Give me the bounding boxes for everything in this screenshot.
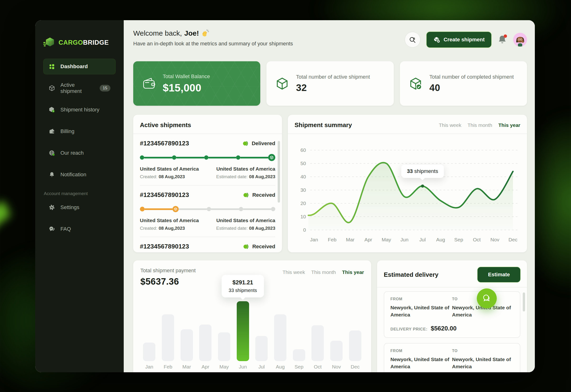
waving-hand-icon xyxy=(201,29,209,37)
sidebar-item-label: Settings xyxy=(60,204,79,210)
stat-title: Total number of completed shipment xyxy=(429,74,514,80)
sidebar-item-dashboard[interactable]: Dashboard xyxy=(43,59,116,74)
estimate-button[interactable]: Estimate xyxy=(478,267,520,282)
payment-title: Total shipment payment xyxy=(140,267,195,274)
active-shipment-count-card: Total number of active shipment 32 xyxy=(267,61,393,106)
svg-text:20: 20 xyxy=(301,200,306,206)
header-controls: Create shipment xyxy=(405,32,527,47)
tab-this-week[interactable]: This week xyxy=(439,122,461,128)
divider xyxy=(288,134,527,134)
origin-address: United States of America xyxy=(140,218,199,223)
estimate-item[interactable]: FROM Newyork, United State of America TO… xyxy=(384,291,520,338)
shipment-summary-card: Shipment summary This week This month Th… xyxy=(288,115,527,252)
bar-column: Apr xyxy=(196,300,215,372)
svg-text:Dec: Dec xyxy=(509,237,517,242)
bar xyxy=(255,336,268,361)
shipments-scrollbar[interactable] xyxy=(278,141,280,203)
sidebar-item-notification[interactable]: Notification xyxy=(43,167,116,182)
stat-value: 40 xyxy=(429,83,514,93)
welcome-prefix: Welcome back, xyxy=(133,29,182,37)
search-button[interactable] xyxy=(405,32,421,47)
wallet-outline-icon xyxy=(141,76,157,91)
created-date: Created:08 Aug,2023 xyxy=(140,226,185,231)
bar-label: Mar xyxy=(182,364,191,372)
sidebar-item-label: FAQ xyxy=(60,226,71,232)
globe-icon xyxy=(48,150,55,156)
bar-column: Feb xyxy=(159,300,178,372)
shipment-id: #1234567890123 xyxy=(140,243,189,250)
bar-label: Sep xyxy=(295,364,303,372)
shipment-list-item[interactable]: #1234567890123 Delivered xyxy=(140,140,275,185)
desktop-background: CARGOBRIDGE Dashboard Active shipment 15 xyxy=(0,0,571,392)
sidebar-item-settings[interactable]: Settings xyxy=(43,200,116,215)
svg-text:Feb: Feb xyxy=(328,237,336,242)
gear-icon xyxy=(48,204,55,211)
tab-this-year[interactable]: This year xyxy=(342,269,364,275)
tab-this-month[interactable]: This month xyxy=(311,269,336,275)
bar-label: Aug xyxy=(276,364,285,372)
create-shipment-button[interactable]: Create shipment xyxy=(427,32,491,47)
bar-column: Jun xyxy=(233,300,252,372)
shipments-list: #1234567890123 Delivered xyxy=(133,140,282,252)
payment-total-value: $5637.36 xyxy=(140,277,195,287)
status-label: Received xyxy=(252,192,275,198)
tab-this-year[interactable]: This year xyxy=(498,122,520,128)
estimate-list: FROM Newyork, United State of America TO… xyxy=(377,287,527,372)
shipment-list-item[interactable]: #1234567890123 Received xyxy=(140,243,275,252)
stat-title: Total number of active shipment xyxy=(296,74,370,80)
estimated-date: Estimated date:08 Aug,2023 xyxy=(216,174,275,179)
user-avatar[interactable] xyxy=(513,33,527,47)
status-dot-icon xyxy=(243,192,249,198)
shipment-id: #1234567890123 xyxy=(140,191,189,199)
bar-label: Nov xyxy=(332,364,341,372)
support-chat-button[interactable] xyxy=(477,288,497,308)
active-shipments-card: Active shipments #1234567890123 Delivere… xyxy=(133,115,282,252)
bar xyxy=(162,314,174,361)
delivery-price-label: DELIVERY PRICE: xyxy=(391,327,427,332)
sidebar-item-faq[interactable]: FAQ xyxy=(43,221,116,237)
payment-bar-chart: $291.21 33 shipments JanFebMarAprMayJunJ… xyxy=(140,300,364,372)
sidebar-item-active-shipment[interactable]: Active shipment 15 xyxy=(43,80,116,96)
tab-this-week[interactable]: This week xyxy=(282,269,305,275)
shipment-list-item[interactable]: #1234567890123 Received xyxy=(140,191,275,237)
card-title: Shipment summary xyxy=(295,121,352,129)
logo-cube-icon xyxy=(43,36,56,49)
notifications-button[interactable] xyxy=(497,34,507,45)
active-shipments-header: Active shipments xyxy=(133,115,282,134)
line-chart-tooltip: 33 shipments xyxy=(401,165,444,178)
package-outline-icon xyxy=(274,77,290,91)
svg-text:60: 60 xyxy=(301,147,306,153)
from-value: Newyork, United State of America xyxy=(391,304,452,319)
bar-label: Apr xyxy=(201,364,209,372)
sidebar-item-label: Our reach xyxy=(60,150,84,156)
dashboard-grid-icon xyxy=(48,63,55,70)
sidebar-item-billing[interactable]: Billing xyxy=(43,124,116,139)
bar xyxy=(311,325,324,361)
page-subtitle: Have an in-depth look at the metrics and… xyxy=(133,41,293,47)
delivered-package-icon xyxy=(268,154,275,161)
bar xyxy=(199,324,211,361)
in-transit-package-icon xyxy=(172,206,179,212)
svg-text:Aug: Aug xyxy=(436,237,445,242)
package-icon xyxy=(48,85,55,91)
destination-address: United States of America xyxy=(216,218,275,223)
app-logo: CARGOBRIDGE xyxy=(43,36,116,49)
estimate-scrollbar[interactable] xyxy=(523,293,525,311)
to-value: Newyork, United State of America xyxy=(452,356,514,370)
tab-this-month[interactable]: This month xyxy=(467,122,492,128)
svg-text:50: 50 xyxy=(301,161,306,166)
progress-tracker xyxy=(140,205,275,213)
bar xyxy=(143,343,155,361)
sidebar-item-shipment-history[interactable]: Shipment history xyxy=(43,102,116,118)
bar xyxy=(237,301,249,361)
estimate-item[interactable]: FROM Newyork, United State of America TO… xyxy=(384,343,520,372)
bar-column: Oct xyxy=(308,300,327,372)
status-dot-icon xyxy=(243,243,249,250)
stat-title: Total Wallet Balance xyxy=(163,73,210,80)
sidebar-item-our-reach[interactable]: Our reach xyxy=(43,145,116,161)
status-label: Delivered xyxy=(252,140,275,147)
from-label: FROM xyxy=(391,297,452,301)
shipment-status: Delivered xyxy=(242,140,275,147)
notification-unread-dot xyxy=(504,34,507,38)
svg-text:May: May xyxy=(382,237,391,242)
